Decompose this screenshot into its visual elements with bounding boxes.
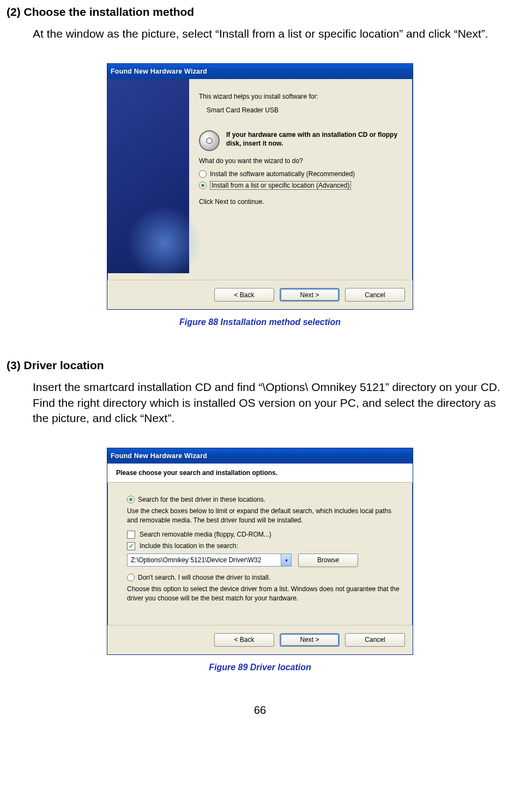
radio-search-best-label: Search for the best driver in these loca… bbox=[138, 496, 265, 503]
wizard-dialog-2: Found New Hardware Wizard Please choose … bbox=[107, 448, 413, 654]
chevron-down-icon[interactable]: ▾ bbox=[281, 554, 291, 566]
back-button[interactable]: < Back bbox=[214, 633, 274, 647]
radio-dont-search[interactable]: Don't search. I will choose the driver t… bbox=[127, 574, 400, 581]
cancel-button-label: Cancel bbox=[365, 291, 385, 299]
location-path-dropdown[interactable]: Z:\Options\Omnikey 5121\Device Driver\W3… bbox=[127, 554, 292, 567]
dialog2-button-row: < Back Next > Cancel bbox=[107, 625, 413, 654]
browse-button[interactable]: Browse bbox=[298, 554, 358, 567]
figure-88-caption: Figure 88 Installation method selection bbox=[7, 317, 513, 327]
figure-89-caption: Figure 89 Driver location bbox=[7, 663, 513, 672]
dont-search-help-text: Choose this option to select the device … bbox=[127, 585, 400, 603]
dialog2-titlebar: Found New Hardware Wizard bbox=[107, 448, 413, 464]
dialog1-titlebar: Found New Hardware Wizard bbox=[107, 64, 413, 79]
back-button-label: < Back bbox=[234, 636, 254, 643]
dialog1-button-row: < Back Next > Cancel bbox=[107, 280, 413, 309]
radio-install-auto[interactable]: Install the software automatically (Reco… bbox=[199, 170, 403, 178]
checkbox-box-checked bbox=[127, 542, 135, 550]
radio-dot bbox=[127, 496, 135, 503]
checkbox-removable-media[interactable]: Search removable media (floppy, CD-ROM..… bbox=[127, 531, 400, 539]
dialog1-sidebar-graphic bbox=[107, 79, 189, 273]
cancel-button-label: Cancel bbox=[365, 636, 385, 643]
section-2-title: (2) Choose the installation method bbox=[7, 5, 513, 19]
dialog2-subheader-text: Please choose your search and installati… bbox=[116, 469, 404, 477]
section-3-body: Insert the smartcard installation CD and… bbox=[33, 380, 507, 426]
dialog2-title: Found New Hardware Wizard bbox=[111, 452, 207, 460]
dialog1-intro: This wizard helps you install software f… bbox=[199, 92, 403, 101]
radio-search-best[interactable]: Search for the best driver in these loca… bbox=[127, 496, 400, 503]
dialog1-continue: Click Next to continue. bbox=[199, 197, 403, 207]
dialog1-device-name: Smart Card Reader USB bbox=[207, 106, 403, 115]
browse-button-label: Browse bbox=[317, 556, 339, 564]
section-3-title: (3) Driver location bbox=[7, 359, 513, 372]
checkbox-include-label: Include this location in the search: bbox=[140, 542, 238, 550]
page-number: 66 bbox=[7, 704, 513, 717]
radio-dot bbox=[199, 182, 207, 189]
radio-install-auto-label: Install the software automatically (Reco… bbox=[210, 170, 355, 178]
checkbox-removable-label: Search removable media (floppy, CD-ROM..… bbox=[140, 531, 271, 538]
cancel-button[interactable]: Cancel bbox=[345, 288, 405, 302]
radio-install-from-list[interactable]: Install from a list or specific location… bbox=[199, 181, 403, 190]
next-button[interactable]: Next > bbox=[280, 633, 340, 647]
search-help-text: Use the check boxes below to limit or ex… bbox=[127, 507, 400, 525]
radio-install-from-list-label: Install from a list or specific location… bbox=[210, 181, 351, 190]
dialog2-subheader: Please choose your search and installati… bbox=[107, 464, 413, 483]
next-button[interactable]: Next > bbox=[280, 288, 340, 302]
radio-dot bbox=[127, 574, 135, 581]
radio-dont-search-label: Don't search. I will choose the driver t… bbox=[138, 574, 270, 581]
checkbox-include-location[interactable]: Include this location in the search: bbox=[127, 542, 400, 550]
next-button-label: Next > bbox=[300, 636, 319, 643]
back-button-label: < Back bbox=[234, 291, 254, 299]
cancel-button[interactable]: Cancel bbox=[345, 633, 405, 647]
section-2-body: At the window as the picture, select “In… bbox=[33, 26, 507, 41]
wizard-dialog-1: Found New Hardware Wizard This wizard he… bbox=[107, 63, 413, 310]
location-path-value: Z:\Options\Omnikey 5121\Device Driver\W3… bbox=[128, 556, 281, 564]
checkbox-box bbox=[127, 531, 135, 539]
dialog1-title: Found New Hardware Wizard bbox=[111, 68, 207, 75]
dialog1-insert-cd-text: If your hardware came with an installati… bbox=[226, 130, 403, 148]
next-button-label: Next > bbox=[300, 291, 319, 299]
cd-icon bbox=[199, 130, 220, 151]
back-button[interactable]: < Back bbox=[214, 288, 274, 302]
dialog1-question: What do you want the wizard to do? bbox=[199, 157, 403, 166]
radio-dot bbox=[199, 170, 207, 178]
